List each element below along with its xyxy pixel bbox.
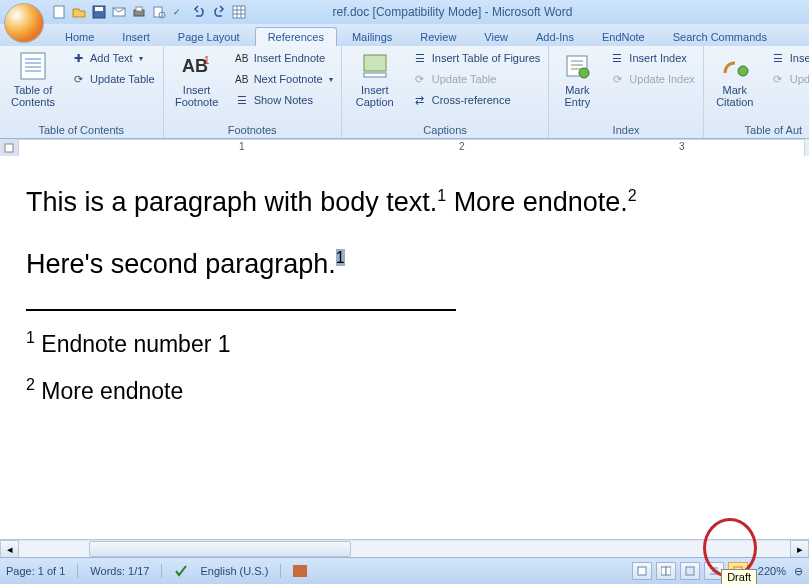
open-icon[interactable] (70, 3, 88, 21)
ruler-corner[interactable] (0, 139, 19, 157)
svg-rect-24 (666, 567, 671, 575)
tab-insert[interactable]: Insert (109, 27, 163, 46)
mark-citation-icon (719, 50, 751, 82)
tab-search-commands[interactable]: Search Commands (660, 27, 780, 46)
next-footnote-icon: AB (234, 71, 250, 87)
group-title-index: Index (553, 123, 698, 138)
new-icon[interactable] (50, 3, 68, 21)
table-icon[interactable] (230, 3, 248, 21)
toc-label: Table of Contents (11, 84, 55, 108)
insert-index-button[interactable]: ☰Insert Index (605, 48, 698, 68)
paragraph-1[interactable]: This is a paragraph with body text.1 Mor… (26, 184, 783, 220)
add-text-button[interactable]: ✚Add Text▾ (66, 48, 159, 68)
svg-rect-15 (364, 55, 386, 71)
status-words[interactable]: Words: 1/17 (90, 565, 149, 577)
horizontal-scrollbar[interactable]: ◂ ▸ (0, 539, 809, 558)
crossref-icon: ⇄ (412, 92, 428, 108)
proofing-icon[interactable] (174, 564, 188, 578)
tab-page-layout[interactable]: Page Layout (165, 27, 253, 46)
svg-text:1: 1 (204, 55, 210, 66)
insert-table-of-figures-button[interactable]: ☰Insert Table of Figures (408, 48, 545, 68)
update-toc-button[interactable]: ⟳Update Table (66, 69, 159, 89)
insert-toa-button[interactable]: ☰Insert Ta (766, 48, 809, 68)
show-notes-button[interactable]: ☰Show Notes (230, 90, 337, 110)
svg-rect-9 (233, 6, 245, 18)
update-captions-button[interactable]: ⟳Update Table (408, 69, 545, 89)
update-icon: ⟳ (609, 71, 625, 87)
tof-icon: ☰ (412, 50, 428, 66)
cross-reference-button[interactable]: ⇄Cross-reference (408, 90, 545, 110)
scroll-left-icon[interactable]: ◂ (0, 540, 19, 558)
scroll-thumb[interactable] (89, 541, 351, 557)
update-icon: ⟳ (770, 71, 786, 87)
office-button[interactable] (4, 3, 44, 43)
tab-review[interactable]: Review (407, 27, 469, 46)
svg-rect-22 (638, 567, 646, 575)
insert-footnote-button[interactable]: AB1 Insert Footnote (168, 48, 226, 110)
tab-home[interactable]: Home (52, 27, 107, 46)
endnote-icon: AB (234, 50, 250, 66)
undo-icon[interactable] (190, 3, 208, 21)
update-toa-button[interactable]: ⟳Update T (766, 69, 809, 89)
mark-citation-label: Mark Citation (716, 84, 753, 108)
print-layout-view-button[interactable] (632, 562, 652, 580)
group-table-of-contents: Table of Contents ✚Add Text▾ ⟳Update Tab… (0, 46, 164, 138)
status-page[interactable]: Page: 1 of 1 (6, 565, 65, 577)
tab-endnote[interactable]: EndNote (589, 27, 658, 46)
svg-point-18 (579, 68, 589, 78)
group-title-captions: Captions (346, 123, 545, 138)
zoom-out-icon[interactable]: ⊖ (794, 565, 803, 578)
tab-add-ins[interactable]: Add-Ins (523, 27, 587, 46)
mark-entry-label: Mark Entry (565, 84, 591, 108)
footnote-icon: AB1 (181, 50, 213, 82)
scroll-right-icon[interactable]: ▸ (790, 540, 809, 558)
save-icon[interactable] (90, 3, 108, 21)
spelling-icon[interactable]: ✓ (170, 3, 188, 21)
status-language[interactable]: English (U.S.) (200, 565, 268, 577)
tab-mailings[interactable]: Mailings (339, 27, 405, 46)
scroll-track[interactable] (19, 541, 790, 557)
tab-view[interactable]: View (471, 27, 521, 46)
table-of-contents-button[interactable]: Table of Contents (4, 48, 62, 110)
group-captions: Insert Caption ☰Insert Table of Figures … (342, 46, 550, 138)
ribbon-tabs: Home Insert Page Layout References Maili… (0, 24, 809, 46)
document-area[interactable]: This is a paragraph with body text.1 Mor… (0, 156, 809, 540)
group-index: Mark Entry ☰Insert Index ⟳Update Index I… (549, 46, 703, 138)
web-layout-view-button[interactable] (680, 562, 700, 580)
mark-entry-button[interactable]: Mark Entry (553, 48, 601, 110)
horizontal-ruler[interactable]: 1 2 3 (18, 139, 805, 157)
endnote-2[interactable]: 2 More endnote (26, 376, 783, 405)
group-title-toc: Table of Contents (4, 123, 159, 138)
paragraph-2[interactable]: Here's second paragraph.1 (26, 246, 783, 282)
svg-rect-16 (364, 73, 386, 77)
status-zoom[interactable]: 220% (758, 565, 786, 577)
endnote-ref-1: 1 (437, 187, 446, 204)
endnote-1[interactable]: 1 Endnote number 1 (26, 329, 783, 358)
group-title-toa: Table of Aut (708, 123, 809, 138)
email-icon[interactable] (110, 3, 128, 21)
caption-label: Insert Caption (356, 84, 394, 108)
toc-icon (17, 50, 49, 82)
tab-references[interactable]: References (255, 27, 337, 46)
macro-icon[interactable] (293, 565, 307, 577)
full-screen-view-button[interactable] (656, 562, 676, 580)
mark-citation-button[interactable]: Mark Citation (708, 48, 762, 110)
svg-point-19 (738, 66, 748, 76)
redo-icon[interactable] (210, 3, 228, 21)
svg-rect-21 (293, 565, 307, 577)
quick-access-toolbar: ✓ (50, 0, 248, 24)
endnote-separator (26, 309, 456, 311)
print-icon[interactable] (130, 3, 148, 21)
update-index-button[interactable]: ⟳Update Index (605, 69, 698, 89)
next-footnote-button[interactable]: ABNext Footnote▾ (230, 69, 337, 89)
insert-caption-button[interactable]: Insert Caption (346, 48, 404, 110)
add-text-icon: ✚ (70, 50, 86, 66)
print-preview-icon[interactable] (150, 3, 168, 21)
draft-tooltip: Draft (721, 569, 757, 584)
caption-icon (359, 50, 391, 82)
insert-endnote-button[interactable]: ABInsert Endnote (230, 48, 337, 68)
svg-rect-25 (686, 567, 694, 575)
show-notes-icon: ☰ (234, 92, 250, 108)
endnote-ref-selected: 1 (336, 249, 345, 266)
title-bar: ✓ ref.doc [Compatibility Mode] - Microso… (0, 0, 809, 24)
